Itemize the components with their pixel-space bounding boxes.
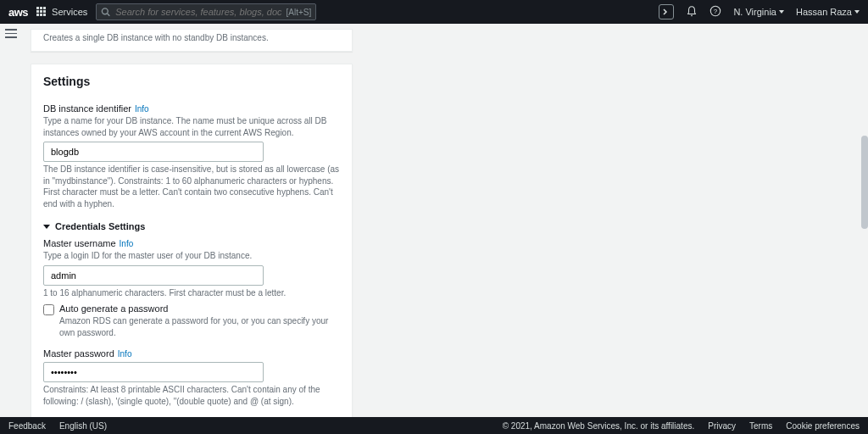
- services-link[interactable]: Services: [52, 7, 87, 17]
- settings-header: Settings: [31, 64, 352, 93]
- top-navbar: aws Services [Alt+S] ? N. Virginia Hassa…: [0, 0, 868, 24]
- credentials-toggle[interactable]: Credentials Settings: [43, 221, 340, 231]
- master-username-input[interactable]: [43, 265, 264, 286]
- info-link[interactable]: Info: [118, 349, 132, 359]
- privacy-link[interactable]: Privacy: [708, 421, 736, 431]
- caret-down-icon: [854, 10, 860, 14]
- master-password-constraints: Constraints: At least 8 printable ASCII …: [43, 384, 340, 407]
- info-link[interactable]: Info: [120, 239, 134, 248]
- deployment-option-panel-remnant: Creates a single DB instance with no sta…: [31, 29, 353, 52]
- info-link[interactable]: Info: [135, 104, 149, 114]
- chevron-down-icon: [43, 225, 50, 229]
- terms-link[interactable]: Terms: [749, 421, 772, 431]
- db-identifier-constraints: The DB instance identifier is case-insen…: [43, 164, 340, 209]
- account-menu[interactable]: Hassan Raza: [796, 7, 860, 17]
- apps-grid-icon[interactable]: [36, 7, 47, 17]
- sidebar-toggle-icon[interactable]: [5, 29, 17, 39]
- auto-generate-password-help: Amazon RDS can generate a password for y…: [59, 315, 340, 338]
- main-content: Creates a single DB instance with no sta…: [31, 24, 353, 434]
- footer-bar: Feedback English (US) © 2021, Amazon Web…: [0, 417, 868, 434]
- master-username-constraints: 1 to 16 alphanumeric characters. First c…: [43, 287, 340, 299]
- db-identifier-input[interactable]: [43, 142, 264, 162]
- settings-panel: Settings DB instance identifierInfo Type…: [31, 64, 353, 434]
- help-icon[interactable]: ?: [709, 5, 721, 19]
- auto-generate-password-label: Auto generate a password: [59, 303, 340, 314]
- auto-generate-password-checkbox[interactable]: [43, 304, 54, 315]
- cloudshell-icon[interactable]: [659, 4, 674, 19]
- master-password-label: Master passwordInfo: [43, 348, 340, 359]
- language-selector[interactable]: English (US): [59, 421, 109, 431]
- svg-text:?: ?: [714, 8, 718, 15]
- cookie-preferences-link[interactable]: Cookie preferences: [786, 421, 860, 431]
- search-icon: [101, 8, 110, 17]
- notifications-icon[interactable]: [686, 5, 698, 19]
- option-description: Creates a single DB instance with no sta…: [31, 30, 352, 51]
- aws-logo[interactable]: aws: [8, 6, 28, 19]
- feedback-link[interactable]: Feedback: [8, 421, 46, 431]
- master-password-input[interactable]: [43, 362, 264, 382]
- master-username-help: Type a login ID for the master user of y…: [43, 250, 340, 262]
- scrollbar-thumb[interactable]: [861, 136, 868, 229]
- svg-point-2: [692, 14, 693, 16]
- copyright-text: © 2021, Amazon Web Services, Inc. or its…: [503, 421, 695, 431]
- db-identifier-help: Type a name for your DB instance. The na…: [43, 115, 340, 138]
- caret-down-icon: [779, 10, 784, 14]
- svg-line-1: [108, 14, 110, 16]
- db-identifier-label: DB instance identifierInfo: [43, 103, 340, 114]
- search-shortcut: [Alt+S]: [287, 8, 312, 17]
- search-wrap: [Alt+S]: [96, 3, 316, 20]
- search-input[interactable]: [96, 3, 316, 20]
- region-selector[interactable]: N. Virginia: [733, 7, 784, 17]
- master-username-label: Master usernameInfo: [43, 238, 340, 248]
- svg-point-0: [103, 8, 108, 14]
